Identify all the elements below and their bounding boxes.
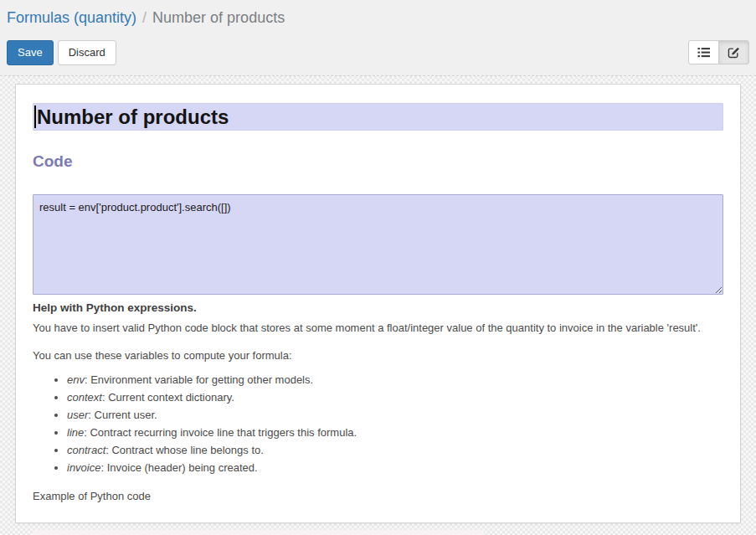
variable-item: context: Current context dictionary. [67, 390, 723, 405]
list-view-button[interactable] [688, 40, 719, 64]
variable-item: line: Contract recurring invoice line th… [67, 425, 723, 440]
form-sheet: Code result = env['product.product'].sea… [15, 84, 741, 523]
variable-name: contract [67, 444, 105, 456]
variable-name: line [67, 426, 84, 439]
control-panel: Formulas (quantity)/Number of products S… [0, 0, 756, 75]
form-view-button[interactable] [718, 40, 749, 64]
example-label: Example of Python code [33, 489, 723, 504]
breadcrumb-separator: / [142, 9, 147, 26]
help-intro: You have to insert valid Python code blo… [33, 321, 723, 336]
code-textarea[interactable]: result = env['product.product'].search([… [33, 194, 723, 295]
breadcrumb-link-formulas[interactable]: Formulas (quantity) [7, 9, 136, 26]
toolbar: Save Discard [7, 40, 749, 65]
variable-separator: : [88, 409, 94, 421]
variable-item: invoice: Invoice (header) being created. [67, 460, 723, 476]
view-switcher [688, 40, 749, 64]
variable-name: invoice [67, 461, 100, 474]
breadcrumb-current: Number of products [152, 9, 285, 26]
variable-name: user [67, 409, 88, 421]
save-button[interactable]: Save [7, 40, 54, 65]
help-section: Help with Python expressions. You have t… [33, 300, 723, 535]
variable-item: user: Current user. [67, 408, 723, 423]
variable-desc: Contract whose line belongs to. [111, 444, 263, 456]
variable-desc: Contract recurring invoice line that tri… [90, 426, 357, 439]
variable-desc: Current context dictionary. [108, 391, 234, 404]
example-code: result = env['product.product'].search_c… [33, 530, 484, 535]
list-icon [697, 46, 710, 59]
record-title-field [33, 103, 723, 131]
variable-separator: : [100, 461, 106, 474]
content-area: Code result = env['product.product'].sea… [0, 75, 756, 535]
breadcrumb: Formulas (quantity)/Number of products [7, 7, 749, 28]
text-cursor [34, 105, 36, 128]
record-title-input[interactable] [33, 103, 723, 131]
variable-desc: Invoice (header) being created. [107, 461, 258, 474]
variable-item: contract: Contract whose line belongs to… [67, 443, 723, 458]
help-heading: Help with Python expressions. [33, 300, 723, 316]
variables-list: env: Environment variable for getting ot… [33, 373, 723, 476]
edit-icon [728, 46, 740, 59]
variable-desc: Current user. [95, 409, 157, 421]
variable-name: env [67, 373, 85, 386]
variable-desc: Environment variable for getting other m… [90, 373, 313, 386]
discard-button[interactable]: Discard [58, 40, 116, 65]
variable-item: env: Environment variable for getting ot… [67, 373, 723, 388]
section-heading-code: Code [33, 152, 723, 171]
variable-name: context [67, 391, 102, 404]
variables-intro: You can use these variables to compute y… [33, 348, 723, 363]
